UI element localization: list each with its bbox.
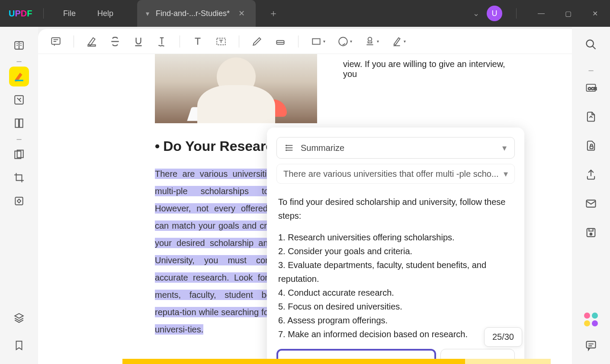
bookmark-button[interactable]	[9, 335, 29, 355]
document-viewport[interactable]: view. If you are willing to give an inte…	[38, 54, 572, 364]
svg-rect-12	[312, 38, 320, 44]
highlight-icon[interactable]	[86, 36, 97, 47]
separator	[239, 35, 239, 48]
compress-button[interactable]	[9, 191, 29, 211]
protect-icon[interactable]	[583, 137, 599, 156]
content-area: ▾ ▾ ▾ ▾ view. If you are willing to give…	[38, 29, 572, 364]
svg-point-17	[286, 150, 287, 151]
reader-mode-button[interactable]	[9, 35, 29, 55]
search-icon[interactable]	[583, 36, 599, 54]
page-text-snippet: view. If you are willing to give an inte…	[343, 59, 516, 79]
svg-point-15	[286, 145, 287, 146]
ai-mode-label: Summarize	[301, 143, 344, 153]
underline-icon[interactable]	[133, 36, 144, 47]
document-tab[interactable]: ▾ Find-and-...r-Studies* ✕	[137, 0, 256, 27]
maximize-button[interactable]: ▢	[557, 4, 579, 23]
ai-context-select[interactable]: There are various universities that offe…	[276, 164, 515, 184]
svg-rect-7	[15, 197, 22, 204]
svg-rect-4	[19, 119, 23, 128]
svg-point-21	[587, 40, 594, 47]
page-tools-button[interactable]	[9, 113, 29, 133]
right-sidebar: – OCR	[572, 27, 610, 364]
tab-close-icon[interactable]: ✕	[236, 9, 247, 18]
crop-button[interactable]	[9, 168, 29, 188]
page-indicator[interactable]: 25/30	[484, 327, 522, 347]
ai-mode-select[interactable]: Summarize ▾	[276, 137, 515, 159]
ocr-icon[interactable]: OCR	[583, 80, 599, 98]
tab-title: Find-and-...r-Studies*	[156, 9, 230, 18]
signature-icon[interactable]: ▾	[391, 36, 406, 47]
textbox-icon[interactable]	[215, 36, 227, 47]
svg-rect-3	[15, 119, 19, 128]
eraser-icon[interactable]	[275, 36, 286, 47]
separator: –	[16, 137, 21, 141]
svg-text:OCR: OCR	[588, 86, 597, 91]
note-icon[interactable]	[50, 36, 61, 47]
ai-flower-icon[interactable]	[582, 310, 600, 329]
close-button[interactable]: ✕	[584, 4, 606, 23]
svg-point-16	[286, 147, 287, 148]
annotation-toolbar: ▾ ▾ ▾ ▾	[38, 29, 572, 54]
layers-button[interactable]	[9, 308, 29, 328]
divider	[516, 8, 517, 19]
organize-pages-button[interactable]	[9, 144, 29, 164]
text-icon[interactable]	[192, 36, 203, 47]
separator	[180, 35, 180, 48]
separator: –	[16, 59, 21, 63]
ai-step: 4. Conduct accurate research.	[278, 286, 513, 300]
svg-rect-1	[15, 80, 23, 81]
rectangle-icon[interactable]: ▾	[311, 36, 325, 47]
minimize-button[interactable]: —	[530, 4, 552, 23]
chat-icon[interactable]	[583, 337, 599, 355]
ai-step: 5. Focus on desired universities.	[278, 300, 513, 313]
ai-step: 2. Consider your goals and criteria.	[278, 244, 513, 258]
squiggly-icon[interactable]	[156, 36, 167, 47]
sticker-icon[interactable]: ▾	[337, 36, 352, 47]
separator: –	[588, 65, 593, 69]
chevron-down-icon: ▾	[502, 143, 507, 153]
ai-step: 6. Assess program offerings.	[278, 313, 513, 327]
reading-progress-bar	[122, 359, 551, 364]
menu-file[interactable]: File	[52, 9, 87, 18]
svg-rect-8	[51, 38, 60, 44]
email-icon[interactable]	[583, 195, 599, 214]
svg-point-14	[368, 37, 372, 41]
separator	[74, 35, 74, 48]
title-bar: UPDF File Help ▾ Find-and-...r-Studies* …	[0, 0, 610, 27]
titlebar-dropdown-icon[interactable]: ⌄	[471, 6, 482, 20]
app-logo: UPDF	[9, 9, 35, 19]
share-icon[interactable]	[583, 166, 599, 185]
ai-context-text: There are various universities that offe…	[283, 169, 499, 179]
svg-rect-24	[590, 146, 593, 149]
ai-step: 3. Evaluate departments, faculty, studen…	[278, 258, 513, 286]
separator	[298, 35, 299, 48]
divider	[43, 8, 44, 19]
article-image	[155, 54, 317, 123]
chevron-down-icon: ▾	[504, 169, 508, 179]
ai-output-text: To find your desired scholarship and uni…	[276, 192, 515, 349]
edit-text-button[interactable]	[9, 90, 29, 110]
svg-rect-9	[88, 45, 95, 46]
left-sidebar: – –	[0, 27, 38, 364]
tab-dropdown-icon[interactable]: ▾	[146, 10, 149, 18]
stamp-icon[interactable]: ▾	[364, 36, 379, 47]
svg-rect-28	[587, 342, 596, 348]
ai-step: 1. Research universities offering schola…	[278, 230, 513, 244]
menu-help[interactable]: Help	[87, 9, 124, 18]
pencil-icon[interactable]	[251, 36, 263, 47]
save-icon[interactable]	[583, 224, 599, 243]
user-avatar[interactable]: U	[487, 6, 502, 21]
strikethrough-icon[interactable]	[109, 36, 121, 47]
ai-step: 7. Make an informed decision based on re…	[278, 327, 513, 341]
comment-highlight-button[interactable]	[9, 67, 29, 86]
convert-icon[interactable]	[583, 109, 599, 127]
new-tab-button[interactable]: ＋	[264, 5, 283, 22]
